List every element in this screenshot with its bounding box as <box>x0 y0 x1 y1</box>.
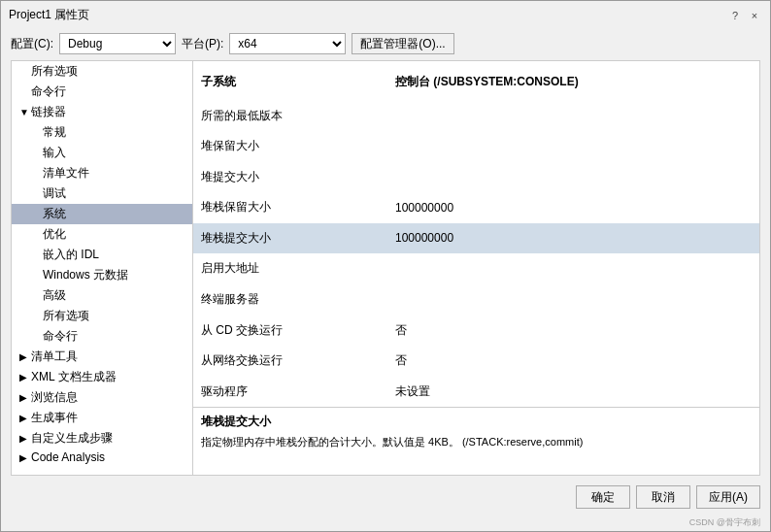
props-cell-value: 100000000 <box>387 192 759 223</box>
tree-label-custom-build: 自定义生成步骤 <box>31 430 113 447</box>
tree-item-advanced[interactable]: 高级 <box>12 285 192 306</box>
props-cell-label: 所需的最低版本 <box>193 101 387 132</box>
props-row[interactable]: 从网络交换运行否 <box>193 346 759 377</box>
description-panel: 堆栈提交大小 指定物理内存中堆栈分配的合计大小。默认值是 4KB。 (/STAC… <box>193 407 759 475</box>
tree-item-linker[interactable]: ▼链接器 <box>12 102 192 122</box>
tree-label-code-analysis: Code Analysis <box>31 450 105 464</box>
cancel-button[interactable]: 取消 <box>636 485 690 509</box>
main-content: 所有选项命令行▼链接器常规输入清单文件调试系统优化嵌入的 IDLWindows … <box>1 60 770 480</box>
right-props-panel: 子系统控制台 (/SUBSYSTEM:CONSOLE)所需的最低版本堆保留大小堆… <box>193 60 760 476</box>
props-cell-value: 100000000 <box>387 223 759 254</box>
tree-expander-linker: ▼ <box>19 107 29 117</box>
props-row[interactable]: 堆保留大小 <box>193 131 759 162</box>
props-cell-value <box>387 162 759 193</box>
tree-item-embedded-idl[interactable]: 嵌入的 IDL <box>12 245 192 265</box>
platform-select[interactable]: x64 <box>229 33 346 54</box>
props-row[interactable]: 所需的最低版本 <box>193 101 759 132</box>
desc-text: 指定物理内存中堆栈分配的合计大小。默认值是 4KB。 (/STACK:reser… <box>201 434 752 450</box>
tree-label-xml-gen: XML 文档生成器 <box>31 369 117 385</box>
tree-label-cmdline: 命令行 <box>31 83 66 100</box>
title-bar-buttons: ? × <box>727 8 762 23</box>
left-tree-panel: 所有选项命令行▼链接器常规输入清单文件调试系统优化嵌入的 IDLWindows … <box>11 60 193 476</box>
tree-expander-code-analysis: ▶ <box>19 452 29 463</box>
tree-expander-browse-info: ▶ <box>19 392 29 403</box>
apply-button[interactable]: 应用(A) <box>696 485 760 509</box>
props-row[interactable]: 从 CD 交换运行否 <box>193 315 759 346</box>
tree-expander-manifest-tools: ▶ <box>19 351 29 362</box>
tree-label-browse-info: 浏览信息 <box>31 389 78 406</box>
tree-item-system[interactable]: 系统 <box>12 204 192 224</box>
tree-item-manifest-tools[interactable]: ▶清单工具 <box>12 347 192 367</box>
props-cell-value <box>387 131 759 162</box>
watermark: CSDN @骨宇布刺 <box>1 516 770 531</box>
tree-item-browse-info[interactable]: ▶浏览信息 <box>12 387 192 408</box>
tree-item-general[interactable]: 常规 <box>12 122 192 143</box>
props-cell-label: 堆保留大小 <box>193 131 387 162</box>
tree-label-manifest: 清单文件 <box>43 165 89 182</box>
tree-label-manifest-tools: 清单工具 <box>31 349 78 365</box>
tree-label-windows-meta: Windows 元数据 <box>43 267 128 283</box>
props-cell-value <box>387 253 759 284</box>
tree-item-xml-gen[interactable]: ▶XML 文档生成器 <box>12 367 192 387</box>
tree-label-cmdline2: 命令行 <box>43 328 78 345</box>
props-cell-label: 堆栈保留大小 <box>193 192 387 223</box>
tree-label-embedded-idl: 嵌入的 IDL <box>43 247 99 263</box>
tree-expander-custom-build: ▶ <box>19 433 29 444</box>
tree-item-cmdline2[interactable]: 命令行 <box>12 326 192 347</box>
props-cell-label: 从 CD 交换运行 <box>193 315 387 346</box>
props-row[interactable]: 堆提交大小 <box>193 162 759 193</box>
tree-item-debug[interactable]: 调试 <box>12 183 192 204</box>
props-row[interactable]: 堆栈保留大小100000000 <box>193 192 759 223</box>
props-cell-value: 未设置 <box>387 376 759 407</box>
tree-label-general: 常规 <box>43 124 66 141</box>
tree-item-windows-meta[interactable]: Windows 元数据 <box>12 265 192 285</box>
tree-item-cmdline[interactable]: 命令行 <box>12 82 192 102</box>
tree-label-advanced: 高级 <box>43 287 66 304</box>
tree-label-all-options: 所有选项 <box>31 63 78 80</box>
tree-item-optimize[interactable]: 优化 <box>12 224 192 245</box>
toolbar: 配置(C): Debug 平台(P): x64 配置管理器(O)... <box>1 27 770 60</box>
props-cell-label: 从网络交换运行 <box>193 346 387 377</box>
tree-item-all-options2[interactable]: 所有选项 <box>12 306 192 326</box>
config-label: 配置(C): <box>11 36 53 52</box>
desc-title: 堆栈提交大小 <box>201 414 752 430</box>
tree-item-code-analysis[interactable]: ▶Code Analysis <box>12 449 192 466</box>
props-row[interactable]: 终端服务器 <box>193 284 759 316</box>
tree-item-input[interactable]: 输入 <box>12 143 192 163</box>
bottom-buttons: 确定 取消 应用(A) <box>1 480 770 516</box>
props-row[interactable]: 启用大地址 <box>193 253 759 284</box>
props-header-row: 子系统控制台 (/SUBSYSTEM:CONSOLE) <box>193 61 759 101</box>
props-cell-value: 否 <box>387 346 759 377</box>
property-dialog: Project1 属性页 ? × 配置(C): Debug 平台(P): x64… <box>0 0 771 532</box>
props-cell-label: 堆提交大小 <box>193 162 387 193</box>
props-cell-label: 启用大地址 <box>193 253 387 284</box>
tree-label-all-options2: 所有选项 <box>43 308 89 324</box>
tree-expander-xml-gen: ▶ <box>19 372 29 382</box>
tree-label-optimize: 优化 <box>43 226 66 243</box>
props-header-col1: 子系统 <box>193 61 387 101</box>
props-row[interactable]: 驱动程序未设置 <box>193 376 759 407</box>
tree-label-system: 系统 <box>43 206 66 222</box>
tree-item-custom-build[interactable]: ▶自定义生成步骤 <box>12 428 192 449</box>
ok-button[interactable]: 确定 <box>576 485 630 509</box>
config-select[interactable]: Debug <box>59 33 176 54</box>
props-cell-label: 终端服务器 <box>193 284 387 316</box>
props-cell-value: 否 <box>387 315 759 346</box>
tree-item-build-events[interactable]: ▶生成事件 <box>12 408 192 428</box>
tree-item-manifest[interactable]: 清单文件 <box>12 163 192 183</box>
title-bar: Project1 属性页 ? × <box>1 1 770 27</box>
window-title: Project1 属性页 <box>9 7 89 23</box>
props-cell-value <box>387 101 759 132</box>
props-row[interactable]: 堆栈提交大小100000000 <box>193 223 759 254</box>
close-button[interactable]: × <box>747 8 762 23</box>
tree-label-debug: 调试 <box>43 185 66 202</box>
props-cell-value <box>387 284 759 316</box>
tree-item-all-options[interactable]: 所有选项 <box>12 61 192 82</box>
props-cell-label: 驱动程序 <box>193 376 387 407</box>
help-button[interactable]: ? <box>727 8 743 23</box>
props-cell-label: 堆栈提交大小 <box>193 223 387 254</box>
props-header-col2: 控制台 (/SUBSYSTEM:CONSOLE) <box>387 61 759 101</box>
config-manager-button[interactable]: 配置管理器(O)... <box>352 33 453 54</box>
props-table: 子系统控制台 (/SUBSYSTEM:CONSOLE)所需的最低版本堆保留大小堆… <box>193 61 759 407</box>
tree-label-build-events: 生成事件 <box>31 410 78 426</box>
